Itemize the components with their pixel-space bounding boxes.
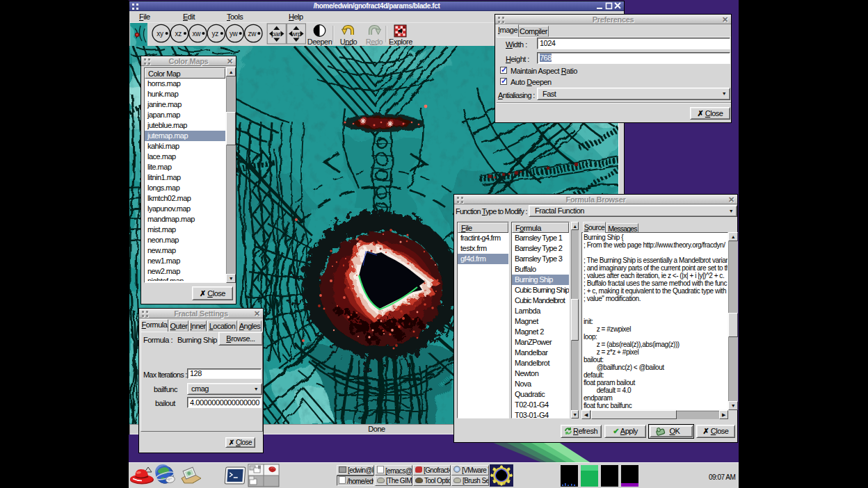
svg-text:xw: xw [193,30,202,38]
svg-text:pan: pan [271,30,282,38]
svg-text:zw: zw [248,30,257,38]
svg-text:Redo: Redo [366,38,383,46]
svg-text:Undo: Undo [340,38,357,46]
svg-text:yz: yz [211,30,218,38]
svg-text:Deepen: Deepen [307,38,332,46]
svg-text:xz: xz [175,30,182,38]
svg-text:xy: xy [156,30,163,38]
svg-text:yw: yw [230,30,239,38]
svg-text:Explore: Explore [389,38,412,46]
